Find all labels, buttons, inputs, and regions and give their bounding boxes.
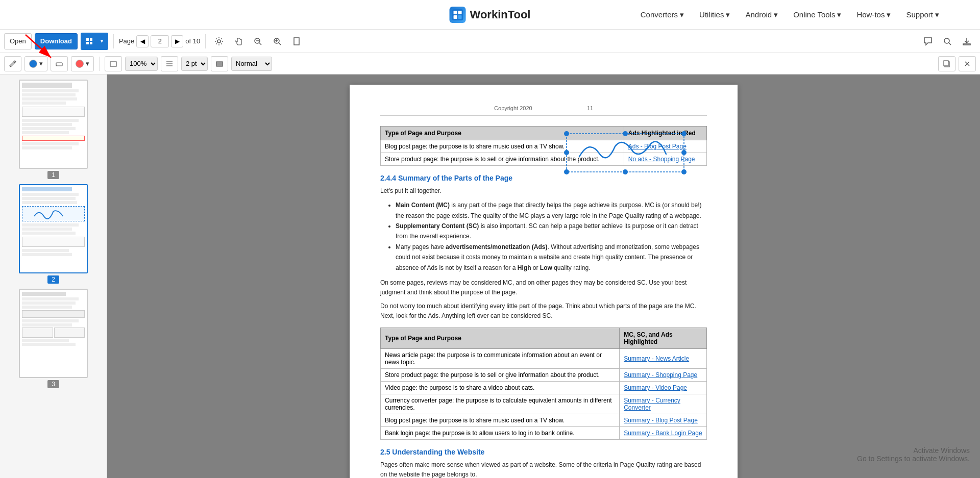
open-button[interactable]: Open — [4, 33, 32, 49]
text-align-button[interactable] — [161, 56, 178, 71]
annotation-icon — [923, 37, 933, 46]
section-heading-2: 2.5 Understanding the Website — [380, 448, 707, 456]
top-nav: WorkinTool Converters ▾ Utilities ▾ Andr… — [0, 0, 980, 30]
color-fill-button[interactable]: ▾ — [24, 56, 47, 71]
copy-button[interactable] — [938, 56, 955, 71]
logo-icon — [450, 7, 466, 23]
bullet-list: Main Content (MC) is any part of the pag… — [396, 200, 707, 273]
shape-icon — [109, 60, 117, 68]
svg-rect-4 — [458, 11, 462, 14]
annotation-button[interactable] — [920, 33, 936, 49]
list-item: Supplementary Content (SC) is also impor… — [396, 221, 707, 242]
paragraph-3: Pages often make more sense when viewed … — [380, 460, 707, 478]
nav-how-tos[interactable]: How-tos ▾ — [856, 10, 891, 19]
table-2-header-2: MC, SC, and Ads Highlighted — [620, 328, 707, 348]
page-navigation: Page ◀ ▶ of 10 — [119, 35, 200, 47]
download-right-button[interactable] — [959, 33, 975, 49]
hand-icon — [234, 37, 243, 46]
nav-support[interactable]: Support ▾ — [906, 10, 939, 19]
table-2: Type of Page and Purpose MC, SC, and Ads… — [380, 328, 707, 440]
fill-color-swatch — [29, 60, 37, 68]
svg-point-20 — [944, 38, 949, 43]
right-toolbar-icons — [920, 30, 975, 53]
settings-button[interactable] — [211, 33, 227, 49]
svg-point-11 — [217, 40, 220, 43]
thumb-num-3: 3 — [47, 380, 59, 388]
hand-tool-button[interactable] — [230, 33, 247, 49]
svg-point-34 — [681, 131, 687, 136]
view-mode-group: ▾ — [81, 33, 108, 50]
nav-android[interactable]: Android ▾ — [745, 10, 778, 19]
download-button[interactable]: Download — [35, 33, 78, 49]
bg-box-button[interactable] — [211, 56, 228, 71]
svg-rect-6 — [458, 15, 462, 19]
nav-logo[interactable]: WorkinTool — [450, 7, 531, 23]
paragraph-1: On some pages, reviews may be considered… — [380, 278, 707, 297]
table-row: Store product page: the purpose is to se… — [381, 368, 707, 381]
nav-utilities[interactable]: Utilities ▾ — [699, 10, 730, 19]
toolbar-divider-1 — [113, 34, 114, 48]
table-row: Currency converter page: the purpose is … — [381, 394, 707, 414]
align-icon — [165, 60, 174, 68]
thumbnail-2[interactable]: 2 — [19, 184, 88, 284]
bg-box-icon — [215, 60, 224, 68]
eraser-button[interactable] — [51, 56, 68, 71]
single-page-button[interactable] — [288, 33, 305, 49]
search-right-button[interactable] — [939, 33, 955, 49]
delete-button[interactable] — [959, 56, 976, 71]
shape-button[interactable] — [105, 56, 122, 71]
drawing-toolbar: ▾ ▾ 100% 75% 50% 125% 150% 2 pt 1 pt 3 p… — [0, 53, 980, 74]
download-icon — [962, 37, 971, 46]
svg-rect-10 — [90, 42, 92, 44]
copy-icon — [943, 60, 951, 68]
zoom-select[interactable]: 100% 75% 50% 125% 150% — [125, 57, 158, 71]
svg-line-18 — [279, 43, 281, 45]
pdf-content-area[interactable]: Copyright 2020 11 Type of Page and Purpo… — [107, 74, 980, 478]
svg-point-33 — [564, 131, 569, 136]
grid-view-btn[interactable] — [82, 33, 97, 50]
thumb-image-2 — [19, 184, 88, 273]
svg-line-21 — [949, 43, 951, 45]
pdf-page-header: Copyright 2020 11 — [380, 105, 707, 116]
stroke-color-button[interactable]: ▾ — [71, 56, 94, 71]
next-page-button[interactable]: ▶ — [171, 35, 183, 47]
svg-rect-32 — [567, 134, 684, 172]
list-item: Main Content (MC) is any part of the pag… — [396, 200, 707, 221]
section-heading-1: 2.4.4 Summary of the Parts of the Page — [380, 174, 707, 182]
draw-tool-button[interactable] — [4, 56, 21, 71]
thumbnail-1[interactable]: 1 — [19, 80, 88, 179]
pdf-page: Copyright 2020 11 Type of Page and Purpo… — [350, 85, 738, 478]
view-mode-dropdown[interactable]: ▾ — [97, 33, 107, 50]
svg-point-35 — [623, 131, 628, 136]
stroke-color-swatch — [76, 60, 84, 68]
svg-rect-3 — [454, 11, 457, 14]
zoom-out-button[interactable] — [250, 33, 266, 49]
toolbar-divider-2 — [205, 34, 206, 48]
signature-svg — [564, 131, 687, 174]
table-2-header-1: Type of Page and Purpose — [381, 328, 620, 348]
thumbnails-panel: 1 — [0, 74, 107, 478]
svg-rect-7 — [86, 38, 89, 41]
thumb-num-1: 1 — [47, 171, 59, 179]
nav-online-tools[interactable]: Online Tools ▾ — [793, 10, 841, 19]
prev-page-button[interactable]: ◀ — [136, 35, 149, 47]
intro-text: Let's put it all together. — [380, 186, 707, 196]
svg-rect-9 — [86, 42, 89, 44]
svg-point-40 — [623, 169, 628, 174]
blend-mode-select[interactable]: Normal Multiply Screen — [231, 57, 272, 71]
thumbnail-3[interactable]: 3 — [19, 289, 88, 388]
single-page-icon — [292, 37, 301, 46]
nav-converters[interactable]: Converters ▾ — [641, 10, 684, 19]
thumb-image-1 — [19, 80, 88, 169]
list-item: Many pages have advertisements/monetizat… — [396, 242, 707, 273]
page-number-input[interactable] — [151, 35, 169, 47]
thumb-image-3 — [19, 289, 88, 378]
stroke-size-select[interactable]: 2 pt 1 pt 3 pt 4 pt — [181, 57, 208, 71]
thumb-num-2: 2 — [47, 275, 59, 284]
grid-icon — [86, 38, 93, 45]
svg-rect-8 — [90, 38, 92, 41]
zoom-in-button[interactable] — [269, 33, 285, 49]
svg-point-38 — [564, 169, 569, 174]
svg-point-39 — [681, 169, 687, 174]
main-area: 1 — [0, 74, 980, 478]
